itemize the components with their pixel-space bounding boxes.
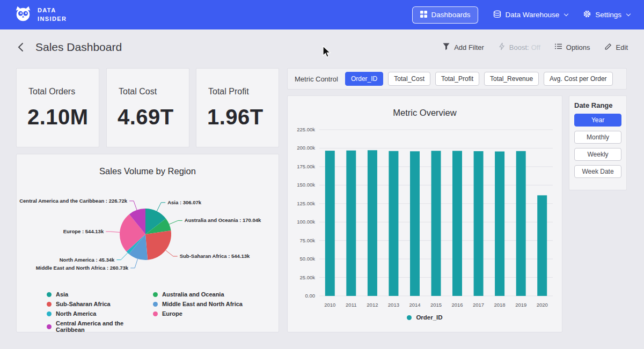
- pie-chart-card: Sales Volume by Region Asia : 306.07kAus…: [16, 154, 279, 332]
- y-axis-tick-label: 25.00k: [299, 274, 315, 280]
- brand[interactable]: DATA INSIDER: [14, 5, 67, 25]
- x-axis-tick-label: 2014: [409, 302, 420, 308]
- pie-label-line: [116, 253, 128, 260]
- date-range-panel: Date Range Year Monthly Weekly Week Date: [569, 95, 627, 190]
- edit-button[interactable]: Edit: [604, 42, 628, 52]
- date-range-button-weekly[interactable]: Weekly: [574, 148, 621, 161]
- metric-button-order-id[interactable]: Order_ID: [345, 72, 383, 86]
- bar-2019: [516, 151, 526, 296]
- pie-legend-column-2: Australia and OceaniaMiddle East and Nor…: [153, 291, 243, 333]
- x-axis-tick-label: 2011: [346, 302, 356, 308]
- metric-button-total-profit[interactable]: Total_Profit: [435, 72, 479, 86]
- kpi-value: 2.10M: [27, 105, 99, 129]
- data-warehouse-label: Data Warehouse: [505, 11, 559, 19]
- pencil-icon: [604, 42, 612, 52]
- y-axis-tick-label: 75.00k: [299, 237, 315, 243]
- back-button[interactable]: [16, 42, 26, 53]
- legend-item[interactable]: Australia and Oceania: [153, 291, 243, 298]
- y-axis-tick-label: 200.00k: [297, 145, 315, 151]
- data-warehouse-menu[interactable]: Data Warehouse: [493, 10, 568, 20]
- x-axis-tick-label: 2019: [515, 302, 526, 308]
- legend-dot: [47, 292, 52, 297]
- pie-chart-title: Sales Volume by Region: [17, 154, 279, 176]
- x-axis-tick-label: 2018: [494, 302, 506, 308]
- top-navbar: DATA INSIDER Dashboards: [0, 0, 644, 29]
- list-icon: [554, 42, 562, 52]
- settings-label: Settings: [595, 11, 621, 19]
- bar-2020: [537, 195, 547, 296]
- pie-slice-label: Sub-Saharan Africa : 544.13k: [180, 253, 250, 259]
- bar-2013: [389, 151, 398, 296]
- pie-label-line: [129, 201, 137, 210]
- pie-slice-label: Europe : 544.13k: [63, 228, 104, 234]
- pie-label-line: [106, 232, 120, 232]
- bar-chart-card: Metric Overview 0.0025.00k50.00k75.00k10…: [287, 95, 562, 332]
- legend-label: Sub-Saharan Africa: [56, 301, 111, 307]
- funnel-icon: [442, 42, 450, 52]
- legend-dot: [47, 302, 52, 307]
- options-button[interactable]: Options: [554, 42, 590, 52]
- database-icon: [493, 10, 501, 20]
- pie-label-line: [166, 250, 178, 256]
- pie-slice-sub-saharan-africa: [145, 231, 171, 260]
- pie-slice-label: Central America and the Caribbean : 226.…: [19, 198, 128, 204]
- kpi-label: Total Cost: [119, 87, 189, 96]
- legend-label: Middle East and North Africa: [162, 301, 243, 307]
- legend-label: North America: [56, 310, 96, 317]
- add-filter-button[interactable]: Add Filter: [442, 42, 484, 52]
- kpi-value: 1.96T: [207, 105, 279, 129]
- pie-slice-label: Middle East and North Africa : 260.73k: [36, 265, 129, 271]
- date-range-button-year[interactable]: Year: [574, 114, 621, 127]
- legend-dot: [407, 315, 412, 320]
- bar-2018: [495, 152, 504, 296]
- owl-logo-icon: [14, 5, 32, 25]
- legend-item[interactable]: Sub-Saharan Africa: [47, 301, 153, 307]
- legend-item[interactable]: Asia: [47, 291, 153, 298]
- chevron-down-icon: [564, 12, 568, 16]
- grid-icon: [420, 11, 427, 19]
- date-range-label: Date Range: [574, 101, 621, 109]
- options-label: Options: [566, 43, 590, 51]
- bar-2011: [346, 151, 356, 296]
- metric-control-bar: Metric Control Order_ID Total_Cost Total…: [287, 68, 627, 90]
- legend-label: Asia: [56, 291, 68, 298]
- y-axis-tick-label: 225.00k: [297, 127, 315, 132]
- legend-dot: [153, 302, 158, 307]
- dashboards-button[interactable]: Dashboards: [412, 6, 479, 24]
- legend-item[interactable]: Europe: [153, 310, 243, 317]
- legend-dot: [47, 324, 52, 329]
- dashboards-label: Dashboards: [431, 11, 471, 19]
- page-title: Sales Dashboard: [35, 41, 122, 54]
- legend-label: Order_ID: [416, 314, 442, 321]
- kpi-value: 4.69T: [118, 105, 189, 129]
- legend-item[interactable]: Central America and the Caribbean: [47, 320, 153, 333]
- x-axis-tick-label: 2012: [367, 302, 378, 308]
- metric-button-avg-cost-per-order[interactable]: Avg. Cost per Order: [544, 72, 613, 86]
- settings-menu[interactable]: Settings: [583, 10, 630, 20]
- x-axis-tick-label: 2010: [324, 302, 335, 308]
- bar-chart-legend-item[interactable]: Order_ID: [288, 314, 562, 321]
- legend-dot: [153, 292, 158, 297]
- y-axis-tick-label: 100.00k: [297, 219, 315, 225]
- metric-button-total-cost[interactable]: Total_Cost: [388, 72, 430, 86]
- y-axis-tick-label: 50.00k: [299, 256, 315, 262]
- legend-item[interactable]: North America: [47, 310, 153, 317]
- bar-2014: [410, 151, 420, 296]
- pie-label-line: [130, 259, 138, 268]
- edit-label: Edit: [616, 43, 628, 51]
- boost-toggle[interactable]: Boost: Off: [498, 42, 540, 52]
- x-axis-tick-label: 2015: [430, 302, 442, 308]
- bar-2015: [431, 151, 441, 296]
- kpi-label: Total Profit: [208, 87, 279, 96]
- metric-button-total-revenue[interactable]: Total_Revenue: [484, 72, 539, 86]
- date-range-button-week-date[interactable]: Week Date: [574, 165, 621, 178]
- date-range-button-monthly[interactable]: Monthly: [574, 131, 621, 144]
- page-header: Sales Dashboard Add Filter Boost: Off: [0, 29, 644, 65]
- bar-chart-svg: 0.0025.00k50.00k75.00k100.00k125.00k150.…: [289, 123, 560, 312]
- x-axis-tick-label: 2013: [388, 302, 399, 308]
- y-axis-tick-label: 175.00k: [297, 164, 315, 169]
- gear-icon: [583, 10, 591, 20]
- legend-item[interactable]: Middle East and North Africa: [153, 301, 243, 307]
- y-axis-tick-label: 150.00k: [297, 182, 315, 188]
- pie-label-line: [169, 220, 182, 224]
